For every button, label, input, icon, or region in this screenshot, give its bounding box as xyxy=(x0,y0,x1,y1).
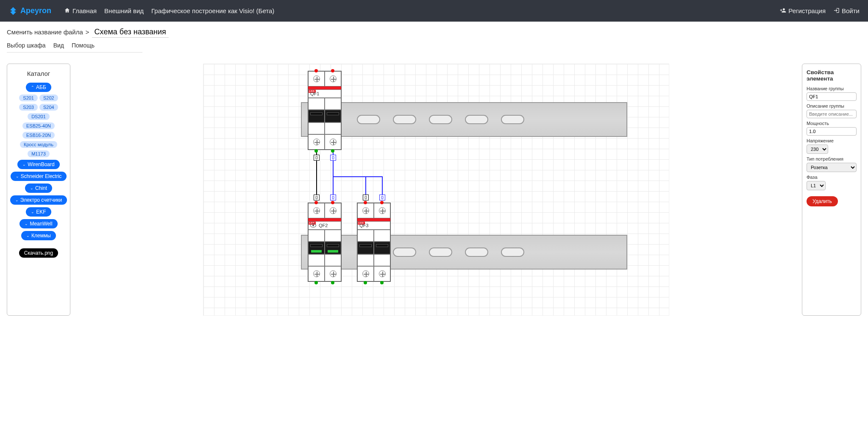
terminal-screw-icon xyxy=(379,207,386,214)
catalog-group-wirenboard[interactable]: ⌄WirenBoard xyxy=(17,160,59,169)
catalog-item[interactable]: S201 xyxy=(19,95,38,101)
catalog-group-meters[interactable]: ⌄Электро счетчики xyxy=(10,195,67,205)
connector-dot xyxy=(314,69,318,72)
terminal-screw-icon xyxy=(330,207,337,214)
connector-dot xyxy=(331,69,334,72)
nav-visio[interactable]: Графическое построение как Visio! (Бета) xyxy=(151,7,274,15)
module-qf1[interactable]: ABB QF1 xyxy=(308,71,342,150)
connector-dot xyxy=(314,149,318,153)
download-png-button[interactable]: Скачать.png xyxy=(19,248,58,258)
connector-dot xyxy=(380,201,384,204)
catalog-item[interactable]: S204 xyxy=(39,104,58,111)
catalog-group-meanwell[interactable]: ⌄MeanWell xyxy=(19,219,57,228)
brand-text: Apeyron xyxy=(20,6,51,15)
type-select[interactable]: Розетка xyxy=(807,163,857,172)
pin-label: 0 xyxy=(330,195,336,200)
canvas-wrap: ABB QF1 0 0 ABB QF2 0 xyxy=(77,64,795,316)
title-area: Сменить название файла > Схема без назва… xyxy=(0,22,868,57)
logo[interactable]: Apeyron xyxy=(8,6,51,16)
type-label: Тип потребления xyxy=(807,156,857,161)
indicator-icon xyxy=(310,223,316,228)
connector-dot xyxy=(314,201,318,204)
groupname-label: Название группы xyxy=(807,86,857,91)
pin-label: 0 xyxy=(363,195,369,200)
module-label: QF3 xyxy=(357,221,390,230)
pin-label: 0 xyxy=(314,155,320,161)
terminal-screw-icon xyxy=(330,75,337,82)
power-label: Мощность xyxy=(807,121,857,126)
submenu-cabinet[interactable]: Выбор шкафа xyxy=(7,42,46,49)
voltage-select[interactable]: 230 400 xyxy=(807,145,828,154)
connector-dot xyxy=(314,281,318,284)
auth-nav: Регистрация Войти xyxy=(780,7,860,15)
nav-register[interactable]: Регистрация xyxy=(780,7,826,15)
catalog-group-abb[interactable]: ⌃АББ xyxy=(26,83,51,92)
connector-dot xyxy=(364,201,367,204)
module-qf3[interactable]: ABB QF3 xyxy=(357,203,391,282)
chevron-down-icon: ⌄ xyxy=(16,174,19,178)
catalog-item[interactable]: DS201 xyxy=(28,113,50,120)
properties-panel: Свойства элемента Название группы Описан… xyxy=(802,64,861,316)
catalog-item[interactable]: ESB16-20N xyxy=(22,132,55,139)
editor-submenu: Выбор шкафа Вид Помощь xyxy=(7,42,142,53)
description-label: Описание группы xyxy=(807,103,857,108)
phase-select[interactable]: L1 L2 L3 xyxy=(807,181,826,190)
catalog-item[interactable]: S203 xyxy=(19,104,38,111)
chevron-down-icon: ⌄ xyxy=(25,222,28,226)
catalog-group-terminals[interactable]: ⌄Клеммы xyxy=(21,231,56,240)
connector-dot xyxy=(331,201,334,204)
nav-home[interactable]: Главная xyxy=(64,7,97,15)
filename-input[interactable]: Схема без названия xyxy=(92,28,169,38)
chevron-down-icon: ⌄ xyxy=(22,162,26,167)
submenu-help[interactable]: Помощь xyxy=(72,42,95,49)
voltage-label: Напряжение xyxy=(807,138,857,143)
pin-label: 0 xyxy=(330,155,336,161)
nav-appearance[interactable]: Внешний вид xyxy=(104,7,144,15)
chevron-down-icon: ⌄ xyxy=(26,234,30,238)
home-icon xyxy=(64,7,70,15)
logo-icon xyxy=(8,6,18,16)
terminal-screw-icon xyxy=(313,270,320,277)
chevron-down-icon: ⌄ xyxy=(15,198,19,202)
module-qf2[interactable]: ABB QF2 xyxy=(308,203,342,282)
main-nav: Главная Внешний вид Графическое построен… xyxy=(64,7,274,15)
power-input[interactable] xyxy=(807,127,857,136)
catalog-item[interactable]: S202 xyxy=(39,95,58,101)
terminal-screw-icon xyxy=(313,75,320,82)
catalog-item[interactable]: M1173 xyxy=(28,150,50,157)
filename-label: Сменить название файла xyxy=(7,28,83,36)
person-add-icon xyxy=(780,7,786,15)
terminal-screw-icon xyxy=(330,270,337,277)
terminal-screw-icon xyxy=(379,270,386,277)
groupname-input[interactable] xyxy=(807,92,857,101)
nav-login[interactable]: Войти xyxy=(833,7,860,15)
delete-button[interactable]: Удалить xyxy=(807,196,838,206)
pin-label: 0 xyxy=(314,195,320,200)
connector-dot xyxy=(380,281,384,284)
catalog-group-schneider[interactable]: ⌄Schneider Electric xyxy=(11,172,67,181)
catalog-group-chint[interactable]: ⌄Chint xyxy=(25,184,52,193)
terminal-screw-icon xyxy=(362,270,369,277)
terminal-screw-icon xyxy=(330,139,337,145)
module-label: QF2 xyxy=(308,221,341,230)
diagram-canvas[interactable]: ABB QF1 0 0 ABB QF2 0 xyxy=(203,64,669,316)
description-input[interactable] xyxy=(807,110,857,118)
topbar: Apeyron Главная Внешний вид Графическое … xyxy=(0,0,868,22)
terminal-screw-icon xyxy=(362,207,369,214)
module-label: QF1 xyxy=(308,89,341,98)
terminal-screw-icon xyxy=(313,207,320,214)
submenu-view[interactable]: Вид xyxy=(53,42,64,49)
chevron-down-icon: ⌄ xyxy=(31,210,34,214)
catalog-item[interactable]: Кросс модуль xyxy=(20,141,57,148)
connector-dot xyxy=(331,149,334,153)
pin-label: 0 xyxy=(379,195,385,200)
chevron-right-icon: > xyxy=(86,28,89,36)
properties-heading: Свойства элемента xyxy=(807,69,857,82)
chevron-up-icon: ⌃ xyxy=(31,85,34,89)
catalog-item[interactable]: ESB25-40N xyxy=(22,122,55,129)
din-rail xyxy=(301,102,627,137)
login-icon xyxy=(833,7,840,15)
phase-label: Фаза xyxy=(807,175,857,180)
catalog-heading: Каталог xyxy=(27,70,50,77)
catalog-group-ekf[interactable]: ⌄EKF xyxy=(26,207,51,217)
